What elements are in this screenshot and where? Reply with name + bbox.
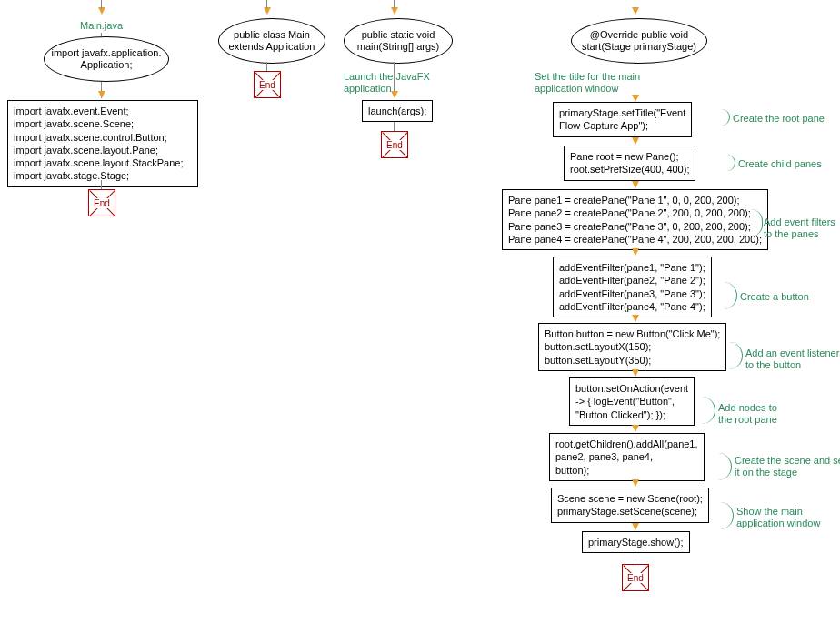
comment-event-listener: Add an event listener to the button	[745, 347, 839, 371]
arrow-icon	[391, 91, 398, 98]
arrow-icon	[632, 248, 639, 256]
arrow-icon	[632, 425, 639, 432]
end-icon: End	[622, 564, 649, 591]
arrow-icon	[632, 523, 639, 530]
comment-show-window: Show the main application window	[736, 506, 820, 529]
end-icon: End	[381, 131, 408, 158]
arrow-icon	[632, 7, 639, 15]
comment-root-pane: Create the root pane	[733, 113, 825, 125]
node-add-children: root.getChildren().addAll(pane1, pane2, …	[549, 433, 705, 481]
comment-connector	[715, 282, 737, 309]
node-class-main: public class Main extends Application	[218, 18, 325, 64]
end-icon: End	[88, 189, 115, 216]
comment-connector	[713, 453, 732, 480]
node-imports: import javafx.event.Event; import javafx…	[7, 100, 198, 187]
arrow-icon	[632, 137, 639, 145]
comment-connector	[702, 109, 730, 126]
connector-line	[266, 62, 267, 71]
arrow-icon	[632, 479, 639, 487]
node-root-pane: Pane root = new Pane(); root.setPrefSize…	[564, 146, 695, 181]
comment-connector	[698, 155, 735, 171]
arrow-icon	[632, 369, 639, 377]
arrow-icon	[98, 7, 105, 15]
connector-line	[101, 0, 102, 9]
node-create-button: Button button = new Button("Click Me"); …	[538, 323, 726, 371]
comment-connector	[725, 342, 743, 369]
node-main-method: public static void main(String[] args)	[344, 18, 453, 64]
end-icon: End	[254, 71, 281, 98]
node-launch: launch(args);	[362, 100, 433, 122]
comment-create-scene: Create the scene and set it on the stage	[735, 455, 840, 478]
node-create-panes: Pane pane1 = createPane("Pane 1", 0, 0, …	[502, 189, 768, 250]
node-scene: Scene scene = new Scene(root); primarySt…	[551, 488, 709, 523]
arrow-icon	[391, 7, 398, 15]
arrow-icon	[632, 315, 639, 322]
connector-line	[394, 0, 395, 9]
comment-event-filters: Add event filters to the panes	[764, 216, 835, 240]
connector-line	[635, 0, 635, 9]
node-event-filters: addEventFilter(pane1, "Pane 1"); addEven…	[553, 257, 712, 317]
connector-line	[394, 122, 395, 131]
comment-create-button: Create a button	[740, 291, 809, 303]
comment-child-panes: Create child panes	[738, 158, 822, 170]
connector-line	[266, 0, 267, 9]
comment-add-nodes: Add nodes to the root pane	[718, 402, 777, 426]
connector-line	[635, 555, 635, 564]
node-set-title: primaryStage.setTitle("Event Flow Captur…	[553, 102, 692, 137]
comment-connector	[696, 397, 715, 424]
node-start-method: @Override public void start(Stage primar…	[571, 18, 707, 64]
comment-connector	[715, 502, 734, 529]
comment-set-title: Set the title for the main application w…	[535, 71, 640, 95]
node-show: primaryStage.show();	[582, 531, 690, 553]
arrow-icon	[98, 91, 105, 98]
comment-launch: Launch the JavaFX application	[344, 71, 430, 95]
arrow-icon	[632, 95, 639, 102]
arrow-icon	[632, 181, 639, 188]
node-set-action: button.setOnAction(event -> { logEvent("…	[569, 377, 695, 426]
node-import-app: import javafx.application. Application;	[44, 36, 169, 82]
connector-line	[101, 180, 102, 189]
arrow-icon	[264, 7, 271, 15]
title-main: Main.java	[80, 20, 123, 32]
